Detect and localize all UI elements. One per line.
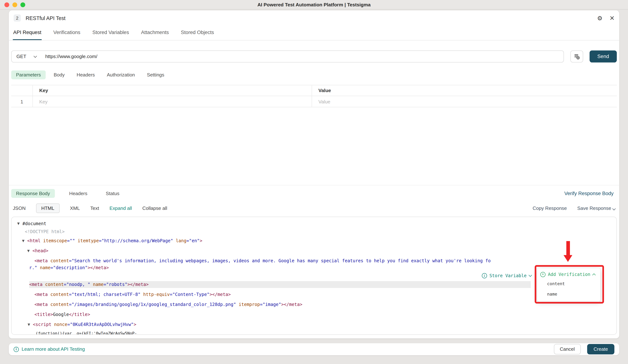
cancel-button[interactable]: Cancel xyxy=(554,344,581,354)
learn-more-label: Learn more about API Testing xyxy=(22,346,85,352)
format-xml[interactable]: XML xyxy=(70,205,80,211)
api-test-modal: 2 RESTful API Test ⚙ × API Request Verif… xyxy=(9,10,619,338)
method-value: GET xyxy=(16,54,26,59)
format-json[interactable]: JSON xyxy=(13,205,25,211)
row-number-header xyxy=(11,85,33,96)
code-line[interactable]: (function(){var _g={kEI:'0wTeaZWrAqSw5No… xyxy=(17,331,611,335)
settings-icon[interactable]: ⚙ xyxy=(597,15,603,21)
table-header-row: Key Value xyxy=(11,85,617,96)
code-line[interactable]: ▼<html itemscope="" itemtype="http://sch… xyxy=(17,237,492,244)
code-line[interactable]: ▼#document xyxy=(17,220,492,227)
close-window-button[interactable] xyxy=(4,2,9,7)
add-verification-button[interactable]: + Add Verification xyxy=(540,270,597,278)
chevron-down-icon xyxy=(33,54,37,58)
parameters-table: Key Value 1 xyxy=(11,85,617,107)
store-download-icon: ↓ xyxy=(482,273,487,279)
key-column-header: Key xyxy=(33,85,312,96)
titlebar: AI Powered Test Automation Platform | Te… xyxy=(0,0,628,10)
subtab-authorization[interactable]: Authorization xyxy=(103,71,139,79)
response-tabs: Response Body Headers Status Verify Resp… xyxy=(11,189,617,198)
store-variable-label: Store Variable xyxy=(489,273,527,279)
menu-item-content[interactable]: content xyxy=(540,278,597,289)
tab-stored-variables[interactable]: Stored Variables xyxy=(92,26,129,40)
url-box: GET xyxy=(11,50,564,63)
list-plus-icon xyxy=(574,53,580,60)
copy-response-link[interactable]: Copy Response xyxy=(533,205,567,211)
add-verification-dropdown: + Add Verification content name xyxy=(537,268,601,301)
code-line[interactable]: <title>Google</title> xyxy=(17,311,492,318)
table-row: 1 xyxy=(11,96,617,107)
code-line[interactable]: ▼<script nonce="0KuE4R3tAvApDOLvhwjHvw"> xyxy=(17,321,492,328)
expand-arrow-icon[interactable]: ▼ xyxy=(27,247,33,254)
code-line[interactable]: <!DOCTYPE html> xyxy=(17,228,492,235)
close-icon[interactable]: × xyxy=(610,14,615,22)
window-title: AI Powered Test Automation Platform | Te… xyxy=(257,2,371,7)
value-column-header: Value xyxy=(312,85,617,96)
format-html[interactable]: HTML xyxy=(36,203,60,213)
highlighted-code-row[interactable]: <meta content="noodp, " name="robots"></… xyxy=(29,281,531,288)
add-verification-label: Add Verification xyxy=(548,272,590,277)
code-line[interactable]: <meta content="/images/branding/googleg/… xyxy=(17,301,492,308)
subtab-parameters[interactable]: Parameters xyxy=(11,71,46,79)
tab-response-status[interactable]: Status xyxy=(102,189,123,198)
tab-attachments[interactable]: Attachments xyxy=(141,26,169,40)
send-button[interactable]: Send xyxy=(590,50,617,63)
code-line[interactable]: <meta content="Search the world's inform… xyxy=(17,258,492,271)
modal-header: 2 RESTful API Test ⚙ × xyxy=(9,10,619,26)
plus-circle-icon: + xyxy=(540,272,546,277)
row-number: 1 xyxy=(11,96,33,107)
request-sub-tabs: Parameters Body Headers Authorization Se… xyxy=(11,71,617,79)
zoom-window-button[interactable] xyxy=(20,2,25,7)
url-input[interactable] xyxy=(41,54,563,59)
chevron-down-icon xyxy=(528,273,532,277)
modal-tabs: API Request Verifications Stored Variabl… xyxy=(9,26,619,40)
response-section: Response Body Headers Status Verify Resp… xyxy=(9,185,619,335)
info-icon: i xyxy=(14,347,19,352)
expand-arrow-icon[interactable]: ▼ xyxy=(22,237,27,244)
minimize-window-button[interactable] xyxy=(12,2,17,7)
code-line[interactable]: <meta content="noodp, " name="robots"></… xyxy=(17,274,492,288)
request-bar: GET Send xyxy=(11,50,617,63)
traffic-lights xyxy=(4,2,25,7)
store-variable-button[interactable]: ↓ Store Variable xyxy=(482,273,531,279)
collapse-all-link[interactable]: Collapse all xyxy=(142,205,167,211)
learn-more-link[interactable]: i Learn more about API Testing xyxy=(14,346,85,352)
subtab-body[interactable]: Body xyxy=(50,71,69,79)
empty-area xyxy=(9,107,619,185)
app-window: AI Powered Test Automation Platform | Te… xyxy=(0,0,628,364)
format-text[interactable]: Text xyxy=(90,205,99,211)
footer-bar: i Learn more about API Testing Cancel Cr… xyxy=(9,343,619,355)
save-response-dropdown[interactable]: Save Response xyxy=(577,205,615,211)
tab-stored-objects[interactable]: Stored Objects xyxy=(180,26,214,40)
code-line[interactable]: <meta content="text/html; charset=UTF-8"… xyxy=(17,291,492,298)
code-line[interactable]: ▼<head> xyxy=(17,247,492,254)
test-title: RESTful API Test xyxy=(26,15,66,21)
key-input[interactable] xyxy=(39,99,298,104)
menu-item-name[interactable]: name xyxy=(540,289,597,299)
subtab-headers[interactable]: Headers xyxy=(73,71,99,79)
subtab-settings[interactable]: Settings xyxy=(143,71,168,79)
chevron-up-icon xyxy=(592,273,596,277)
chevron-down-icon xyxy=(612,207,616,210)
format-toolbar: JSON HTML XML Text Expand all Collapse a… xyxy=(13,203,615,213)
tab-response-headers[interactable]: Headers xyxy=(65,189,91,198)
value-input[interactable] xyxy=(318,99,602,104)
step-number-badge: 2 xyxy=(14,14,21,22)
save-response-label: Save Response xyxy=(577,205,611,211)
tab-verifications[interactable]: Verifications xyxy=(53,26,81,40)
tab-response-body[interactable]: Response Body xyxy=(11,189,55,198)
test-data-icon-button[interactable] xyxy=(570,50,583,63)
expand-arrow-icon[interactable]: ▼ xyxy=(28,321,33,328)
method-dropdown[interactable]: GET xyxy=(12,54,41,59)
verify-response-body-link[interactable]: Verify Response Body xyxy=(564,190,617,196)
expand-arrow-icon[interactable]: ▼ xyxy=(17,220,23,227)
create-button[interactable]: Create xyxy=(587,344,615,354)
tab-api-request[interactable]: API Request xyxy=(13,26,42,40)
expand-all-link[interactable]: Expand all xyxy=(110,205,132,211)
